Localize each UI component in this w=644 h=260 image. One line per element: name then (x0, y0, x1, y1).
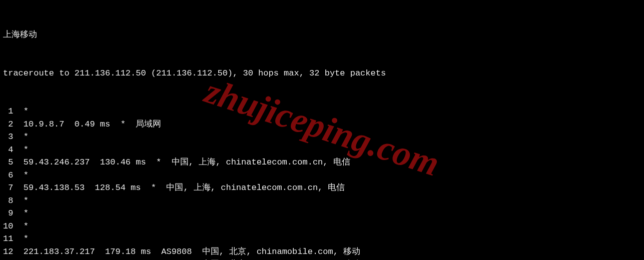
trace-title: 上海移动 (3, 28, 641, 42)
hop-line: * (13, 170, 29, 180)
hop-line: * (13, 222, 29, 231)
hop-row: 4 * (3, 144, 641, 156)
hop-line: 59.43.246.237 130.46 ms * 中国, 上海, chinat… (13, 158, 350, 167)
hop-line: * (13, 145, 29, 154)
hop-index: 1 (3, 105, 13, 118)
hop-row: 5 59.43.246.237 130.46 ms * 中国, 上海, chin… (3, 156, 641, 169)
hop-row: 12 221.183.37.217 179.18 ms AS9808 中国, 北… (3, 246, 641, 258)
hop-line: 59.43.138.53 128.54 ms * 中国, 上海, chinate… (13, 183, 345, 192)
hop-index: 7 (3, 182, 13, 194)
hop-index: 5 (3, 156, 13, 169)
hop-index: 9 (3, 207, 13, 220)
hop-line: * (13, 106, 29, 116)
hop-line: 221.183.37.217 179.18 ms AS9808 中国, 北京, … (13, 247, 360, 256)
hop-index: 3 (3, 130, 13, 144)
hop-row: 7 59.43.138.53 128.54 ms * 中国, 上海, china… (3, 182, 641, 194)
hop-index: 10 (3, 220, 13, 233)
hop-row: 9 * (3, 207, 641, 220)
hop-line: * (13, 234, 29, 244)
hop-index: 11 (3, 232, 13, 246)
hop-row: 8 * (3, 194, 641, 208)
hop-line: 10.9.8.7 0.49 ms * 局域网 (13, 120, 161, 129)
hop-row: 2 10.9.8.7 0.49 ms * 局域网 (3, 118, 641, 131)
trace-header: traceroute to 211.136.112.50 (211.136.11… (3, 67, 641, 80)
hop-row: 10 * (3, 220, 641, 233)
hop-index: 4 (3, 144, 13, 156)
hop-row: 11 * (3, 232, 641, 246)
hop-index: 2 (3, 118, 13, 131)
hop-row: 13 221.183.46.178 176.68 ms AS9808 中国, 北… (3, 258, 641, 260)
hop-list: 1 *2 10.9.8.7 0.49 ms * 局域网3 *4 *5 59.43… (3, 105, 641, 260)
hop-line: * (13, 132, 29, 142)
terminal-output: 上海移动 traceroute to 211.136.112.50 (211.1… (0, 0, 644, 260)
hop-index: 12 (3, 246, 13, 258)
hop-row: 6 * (3, 169, 641, 182)
hop-line: * (13, 208, 29, 218)
hop-row: 3 * (3, 130, 641, 144)
hop-index: 6 (3, 169, 13, 182)
hop-row: 1 * (3, 105, 641, 118)
hop-line: * (13, 196, 29, 206)
hop-index: 13 (3, 258, 13, 260)
hop-index: 8 (3, 194, 13, 208)
